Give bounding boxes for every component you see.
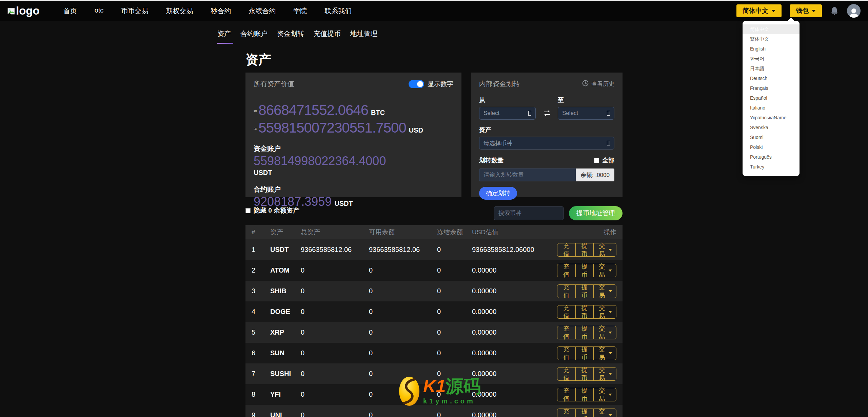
deposit-button[interactable]: 充值: [557, 305, 576, 319]
trade-dropdown-button[interactable]: 交易: [593, 409, 616, 417]
row-total: 0: [301, 349, 369, 357]
withdraw-button[interactable]: 提币: [575, 264, 594, 277]
language-option[interactable]: 简体中文: [743, 24, 800, 34]
to-select[interactable]: Select: [558, 107, 614, 120]
subnav-tab[interactable]: 地址管理: [350, 29, 378, 44]
row-available: 0: [369, 287, 437, 295]
withdraw-button[interactable]: 提币: [575, 346, 594, 360]
language-option[interactable]: Español: [743, 93, 800, 103]
nav-item[interactable]: 联系我们: [324, 6, 352, 16]
withdraw-button[interactable]: 提币: [575, 326, 594, 339]
select-caret-icon: [528, 111, 531, 116]
deposit-button[interactable]: 充值: [557, 367, 576, 381]
chevron-down-icon: [609, 249, 612, 251]
nav-item[interactable]: 首页: [63, 6, 77, 16]
row-actions: 充值 提币 交易: [557, 409, 616, 417]
amount-input[interactable]: [479, 168, 576, 181]
row-usd: 0.00000: [472, 391, 557, 398]
row-index: 4: [252, 308, 270, 316]
swap-direction-icon[interactable]: [536, 110, 558, 117]
from-select[interactable]: Select: [479, 107, 536, 120]
trade-dropdown-button[interactable]: 交易: [593, 243, 616, 257]
notification-bell-icon[interactable]: [830, 6, 839, 16]
language-option[interactable]: УкраїнськаName: [743, 113, 800, 123]
trade-dropdown-button[interactable]: 交易: [593, 367, 616, 381]
toggle-switch-icon[interactable]: [409, 80, 424, 88]
withdraw-button[interactable]: 提币: [575, 367, 594, 381]
language-option[interactable]: Svenska: [743, 123, 800, 133]
deposit-button[interactable]: 充值: [557, 243, 576, 257]
nav-item[interactable]: 币币交易: [121, 6, 148, 16]
nav-item[interactable]: 秒合约: [211, 6, 231, 16]
wallet-button-label: 钱包: [796, 6, 809, 15]
language-option[interactable]: 繁体中文: [743, 34, 800, 44]
language-option[interactable]: English: [743, 44, 800, 54]
nav-item[interactable]: 期权交易: [166, 6, 193, 16]
table-row: 6 SUN 0 0 0 0.00000 充值 提币 交易: [245, 343, 623, 363]
trade-dropdown-button[interactable]: 交易: [593, 264, 616, 277]
hide-zero-balance[interactable]: 隐藏 0 余额资产: [245, 206, 299, 215]
nav-item[interactable]: otc: [95, 6, 104, 16]
user-avatar[interactable]: [847, 4, 861, 18]
language-option[interactable]: Suomi: [743, 133, 800, 142]
subnav-tab[interactable]: 合约账户: [240, 29, 268, 44]
withdraw-button[interactable]: 提币: [575, 284, 594, 298]
language-option[interactable]: Português: [743, 152, 800, 162]
trade-dropdown-button[interactable]: 交易: [593, 284, 616, 298]
deposit-button[interactable]: 充值: [557, 284, 576, 298]
language-option[interactable]: 日本語: [743, 64, 800, 74]
trade-label: 交易: [598, 386, 606, 403]
logo[interactable]: logo: [7, 4, 40, 17]
subnav-tab[interactable]: 资金划转: [276, 29, 305, 44]
asset-select[interactable]: 请选择币种: [479, 137, 614, 150]
trade-dropdown-button[interactable]: 交易: [593, 305, 616, 319]
withdraw-address-button[interactable]: 提币地址管理: [569, 206, 623, 220]
view-history-label: 查看历史: [591, 80, 614, 88]
hide-zero-checkbox[interactable]: [245, 208, 251, 213]
usd-unit: USD: [409, 126, 423, 134]
col-asset: 资产: [270, 228, 301, 237]
deposit-button[interactable]: 充值: [557, 388, 576, 401]
language-option[interactable]: Polski: [743, 142, 800, 152]
withdraw-button[interactable]: 提币: [575, 388, 594, 401]
language-option[interactable]: Deutsch: [743, 74, 800, 83]
deposit-button[interactable]: 充值: [557, 264, 576, 277]
subnav-tab[interactable]: 充值提币: [313, 29, 341, 44]
deposit-button[interactable]: 充值: [557, 326, 576, 339]
row-frozen: 0: [437, 287, 472, 295]
withdraw-button[interactable]: 提币: [575, 409, 594, 417]
row-coin: XRP: [270, 329, 301, 336]
trade-dropdown-button[interactable]: 交易: [593, 388, 616, 401]
chevron-down-icon: [609, 290, 612, 292]
nav-item[interactable]: 学院: [293, 6, 307, 16]
nav-item[interactable]: 永续合约: [249, 6, 276, 16]
row-coin: UNI: [270, 411, 301, 417]
table-row: 3 SHIB 0 0 0 0.00000 充值 提币 交易: [245, 281, 623, 301]
wallet-button[interactable]: 钱包: [790, 4, 822, 17]
row-actions: 充值 提币 交易: [557, 264, 616, 277]
row-index: 1: [252, 246, 270, 254]
all-checkbox[interactable]: [594, 158, 599, 163]
language-option[interactable]: Turkey: [743, 162, 800, 172]
view-history-link[interactable]: 查看历史: [582, 80, 614, 88]
language-option[interactable]: Français: [743, 83, 800, 93]
row-index: 5: [252, 329, 270, 336]
search-coin-input[interactable]: [494, 206, 564, 220]
withdraw-button[interactable]: 提币: [575, 305, 594, 319]
trade-dropdown-button[interactable]: 交易: [593, 346, 616, 360]
deposit-button[interactable]: 充值: [557, 346, 576, 360]
row-actions: 充值 提币 交易: [557, 284, 616, 298]
show-numbers-toggle[interactable]: 显示数字: [409, 80, 453, 88]
row-index: 6: [252, 349, 270, 357]
language-button[interactable]: 简体中文: [736, 4, 782, 17]
language-option[interactable]: 한국어: [743, 54, 800, 64]
row-total: 0: [301, 308, 369, 316]
withdraw-button[interactable]: 提币: [575, 243, 594, 257]
assets-panel-title: 所有资产价值: [254, 79, 294, 88]
confirm-transfer-button[interactable]: 确定划转: [479, 187, 517, 200]
subnav-tab[interactable]: 资产: [217, 29, 232, 44]
deposit-button[interactable]: 充值: [557, 409, 576, 417]
language-option[interactable]: Italiano: [743, 103, 800, 113]
trade-dropdown-button[interactable]: 交易: [593, 326, 616, 339]
language-button-label: 简体中文: [743, 6, 768, 15]
